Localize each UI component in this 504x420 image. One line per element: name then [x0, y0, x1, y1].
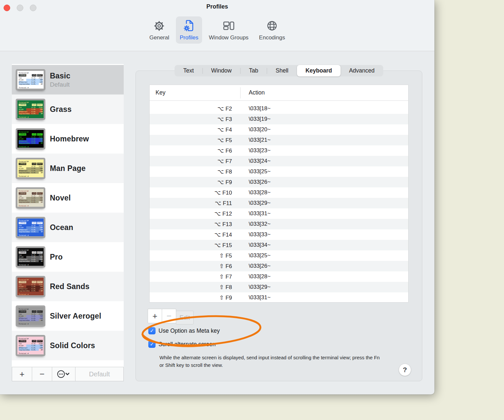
profile-row-grass[interactable]: Terminal1#COMMAND%CPURPRVTtop4.1%231KXco… — [12, 94, 124, 124]
profile-row-man-page[interactable]: Terminal1#COMMAND%CPURPRVTtop4.1%231KXco… — [12, 154, 124, 183]
help-button[interactable]: ? — [399, 364, 411, 376]
scroll-alternate-screen-checkbox[interactable]: ✓ — [148, 341, 156, 348]
key-cell: ⌥ F6 — [150, 147, 240, 154]
key-cell: ⌥ F13 — [150, 221, 240, 228]
profile-row-ocean[interactable]: Terminal1#COMMAND%CPURPRVTtop4.1%231KXco… — [12, 213, 124, 242]
tab-window[interactable]: Window — [203, 65, 240, 76]
profile-row-basic[interactable]: Terminal1#COMMAND%CPURPRVTtop4.1%231KXco… — [12, 65, 124, 94]
profile-name: Novel — [50, 194, 71, 202]
table-row[interactable]: ⇧ F5\033[25~ — [150, 250, 408, 261]
table-row[interactable]: ⌥ F9\033[26~ — [150, 177, 408, 187]
profile-name: Pro — [50, 253, 63, 262]
use-option-as-meta-key-checkbox[interactable]: ✓ — [148, 327, 156, 334]
profile-thumbnail-grass: Terminal1#COMMAND%CPURPRVTtop4.1%231KXco… — [16, 99, 45, 119]
profile-name: Red Sands — [50, 282, 90, 291]
add-profile-button[interactable]: + — [12, 367, 32, 381]
profile-row-novel[interactable]: Terminal1#COMMAND%CPURPRVTtop4.1%231KXco… — [12, 183, 124, 213]
use-option-as-meta-key-label: Use Option as Meta key — [158, 327, 220, 334]
table-row[interactable]: ⇧ F6\033[26~ — [150, 261, 408, 271]
column-divider[interactable] — [240, 87, 241, 98]
remove-key-button[interactable]: − — [162, 309, 176, 323]
profile-thumbnail-man-page: Terminal1#COMMAND%CPURPRVTtop4.1%231KXco… — [16, 158, 45, 178]
key-cell: ⌥ F15 — [150, 242, 240, 249]
tab-text[interactable]: Text — [175, 65, 202, 76]
use-option-as-meta-key-row: ✓ Use Option as Meta key — [148, 327, 220, 334]
action-cell: \033[25~ — [240, 252, 271, 259]
table-row[interactable]: ⌥ F14\033[33~ — [150, 229, 408, 240]
table-row[interactable]: ⌥ F10\033[28~ — [150, 187, 408, 198]
window-title: Profiles — [0, 3, 434, 10]
table-row[interactable]: ⌥ F7\033[24~ — [150, 156, 408, 166]
action-cell: \033[29~ — [240, 200, 271, 206]
toolbar-item-profiles[interactable]: Profiles — [176, 16, 202, 44]
column-header-action[interactable]: Action — [249, 89, 265, 96]
profile-list: Terminal1#COMMAND%CPURPRVTtop4.1%231KXco… — [12, 64, 124, 367]
table-row[interactable]: ⌥ F3\033[19~ — [150, 114, 408, 124]
table-row[interactable]: ⌥ F8\033[25~ — [150, 166, 408, 177]
profile-thumbnail-novel: Terminal1#COMMAND%CPURPRVTtop4.1%231KXco… — [16, 188, 45, 208]
toolbar-label-encodings: Encodings — [259, 34, 285, 41]
table-row[interactable]: ⌥ F5\033[21~ — [150, 135, 408, 145]
profile-actions-menu-button[interactable] — [52, 367, 75, 381]
key-cell: ⇧ F8 — [150, 284, 240, 291]
table-body: ⌥ F2\033[18~⌥ F3\033[19~⌥ F4\033[20~⌥ F5… — [150, 101, 408, 303]
profile-row-silver-aerogel[interactable]: Terminal1#COMMAND%CPURPRVTtop4.1%231KXco… — [12, 301, 124, 331]
keyboard-shortcuts-table[interactable]: Key Action ⌥ F2\033[18~⌥ F3\033[19~⌥ F4\… — [149, 85, 409, 303]
profile-row-pro[interactable]: Terminal1#COMMAND%CPURPRVTtop4.1%231KXco… — [12, 242, 124, 272]
key-cell: ⇧ F5 — [150, 252, 240, 259]
table-row[interactable]: ⌥ F13\033[32~ — [150, 219, 408, 229]
action-cell: \033[19~ — [240, 116, 271, 122]
profile-row-red-sands[interactable]: Terminal1#COMMAND%CPURPRVTtop4.1%231KXco… — [12, 272, 124, 301]
default-profile-button[interactable]: Default — [75, 367, 123, 381]
toolbar-item-window-groups[interactable]: Window Groups — [205, 16, 252, 44]
tab-keyboard[interactable]: Keyboard — [297, 65, 341, 76]
column-header-key[interactable]: Key — [150, 89, 165, 96]
table-row[interactable]: ⇧ F8\033[29~ — [150, 282, 408, 292]
window-chrome: Profiles General — [0, 0, 434, 51]
action-cell: \033[26~ — [240, 263, 271, 269]
action-cell: \033[23~ — [240, 147, 271, 154]
profile-row-solid-colors[interactable]: Terminal1#COMMAND%CPURPRVTtop4.1%231KXco… — [12, 331, 124, 360]
table-row[interactable]: ⌥ F12\033[31~ — [150, 208, 408, 219]
key-cell: ⌥ F14 — [150, 231, 240, 238]
tab-advanced[interactable]: Advanced — [341, 65, 383, 76]
tab-tab[interactable]: Tab — [241, 65, 267, 76]
table-row[interactable]: ⇧ F7\033[28~ — [150, 271, 408, 282]
tab-shell[interactable]: Shell — [267, 65, 297, 76]
profile-name: Solid Colors — [50, 341, 95, 350]
settings-tabs-wrap: TextWindowTabShellKeyboardAdvanced — [136, 65, 422, 76]
edit-key-button[interactable]: Edit — [176, 311, 194, 325]
action-cell: \033[34~ — [240, 242, 271, 248]
key-cell: ⌥ F7 — [150, 158, 240, 165]
toolbar-label-profiles: Profiles — [180, 34, 199, 41]
action-cell: \033[24~ — [240, 158, 271, 164]
scroll-alternate-screen-row: ✓ Scroll alternate screen — [148, 341, 216, 348]
ellipsis-circle-chevron-icon — [57, 370, 71, 378]
profile-row-homebrew[interactable]: Terminal1#COMMAND%CPURPRVTtop4.1%231KXco… — [12, 124, 124, 154]
key-cell: ⌥ F8 — [150, 168, 240, 175]
table-row[interactable]: ⌥ F11\033[29~ — [150, 198, 408, 208]
key-cell: ⌥ F9 — [150, 179, 240, 186]
toolbar-item-encodings[interactable]: Encodings — [255, 16, 289, 44]
table-row[interactable]: ⌥ F15\033[34~ — [150, 240, 408, 250]
toolbar-label-general: General — [149, 34, 169, 41]
profile-subtitle: Default — [50, 81, 70, 88]
toolbar-item-general[interactable]: General — [145, 16, 173, 44]
action-cell: \033[26~ — [240, 179, 271, 185]
key-cell: ⇧ F6 — [150, 263, 240, 270]
window-groups-icon — [221, 18, 236, 33]
table-row[interactable]: ⇧ F9\033[31~ — [150, 292, 408, 303]
settings-tab-bar: TextWindowTabShellKeyboardAdvanced — [175, 65, 383, 76]
table-row[interactable]: ⌥ F4\033[20~ — [150, 124, 408, 135]
gear-icon — [152, 18, 167, 33]
profile-name: Silver Aerogel — [50, 312, 101, 321]
table-row[interactable]: ⌥ F2\033[18~ — [150, 103, 408, 114]
globe-icon — [264, 18, 280, 33]
table-row[interactable]: ⌥ F6\033[23~ — [150, 145, 408, 156]
table-header: Key Action — [150, 85, 408, 101]
add-key-button[interactable]: + — [148, 309, 162, 323]
profile-thumbnail-homebrew: Terminal1#COMMAND%CPURPRVTtop4.1%231KXco… — [16, 129, 45, 149]
remove-profile-button[interactable]: − — [32, 367, 52, 381]
action-cell: \033[25~ — [240, 168, 271, 175]
key-cell: ⇧ F9 — [150, 294, 240, 301]
